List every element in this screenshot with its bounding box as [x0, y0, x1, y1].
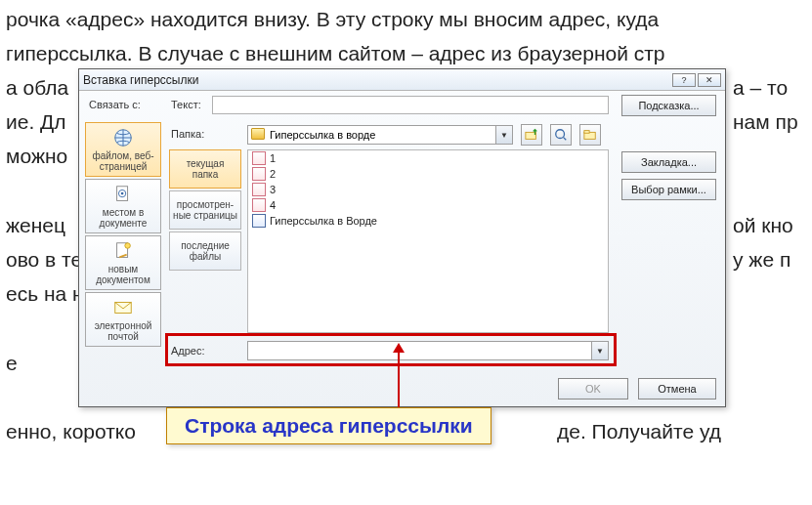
- picture-file-icon: [252, 167, 266, 181]
- bg-text-line: а обла: [6, 76, 68, 100]
- bg-text-line: есь на н: [6, 282, 84, 306]
- text-input[interactable]: [212, 96, 609, 114]
- dialog-title: Вставка гиперссылки: [83, 73, 670, 87]
- tab-label: местом в документе: [88, 207, 158, 229]
- tab-email-address[interactable]: электронной почтой: [85, 292, 161, 347]
- tab-file-webpage[interactable]: файлом, веб-страницей: [85, 122, 161, 177]
- bg-text-line: рочка «адрес» находится внизу. В эту стр…: [6, 8, 659, 31]
- file-name: 4: [270, 199, 276, 211]
- bg-text-line: женец: [6, 214, 65, 237]
- bg-text-line: ие. Дл: [6, 110, 66, 134]
- new-document-icon: [112, 240, 134, 262]
- bg-text-line: ой кно: [733, 214, 793, 237]
- bg-text-line: нам пр: [733, 110, 798, 134]
- folder-label: Папка:: [171, 128, 204, 140]
- annotation-arrow: [398, 352, 400, 410]
- list-item[interactable]: 1: [248, 150, 608, 166]
- email-icon: [112, 297, 134, 318]
- bg-text-line: гиперссылка. В случае с внешним сайтом –…: [6, 42, 665, 65]
- folder-icon: [251, 128, 265, 140]
- titlebar: Вставка гиперссылки ? ✕: [79, 69, 725, 91]
- list-item[interactable]: Гиперссылка в Ворде: [248, 213, 608, 229]
- document-target-icon: [112, 184, 134, 205]
- bg-text-line: у же п: [733, 248, 791, 272]
- bg-text-line: ово в те: [6, 248, 82, 272]
- bg-text-line: де. Получайте уд: [557, 420, 721, 443]
- bg-text-line: енно, коротко: [6, 420, 136, 443]
- globe-file-icon: [112, 127, 134, 148]
- tab-label: новым документом: [88, 264, 158, 285]
- svg-point-3: [121, 192, 124, 195]
- chevron-down-icon: ▼: [495, 126, 512, 144]
- browse-file-button[interactable]: [579, 124, 601, 146]
- tab-recent-files[interactable]: последние файлы: [169, 231, 241, 271]
- up-folder-button[interactable]: [521, 124, 542, 146]
- picture-file-icon: [252, 183, 266, 196]
- list-item[interactable]: 2: [248, 166, 608, 182]
- tab-browsed-pages[interactable]: просмотрен-ные страницы: [169, 190, 241, 230]
- tab-label: файлом, веб-страницей: [88, 150, 158, 172]
- picture-file-icon: [252, 151, 266, 165]
- annotation-callout: Строка адреса гиперссылки: [166, 407, 491, 444]
- address-label: Адрес:: [171, 345, 205, 357]
- link-to-label: Связать с:: [89, 99, 141, 110]
- picture-file-icon: [252, 198, 266, 212]
- svg-rect-10: [584, 131, 589, 134]
- screentip-button[interactable]: Подсказка...: [621, 95, 716, 116]
- chevron-down-icon: ▼: [591, 342, 608, 359]
- svg-point-8: [556, 130, 565, 139]
- cancel-button[interactable]: Отмена: [638, 378, 716, 400]
- svg-point-5: [125, 243, 130, 249]
- list-item[interactable]: 3: [248, 182, 608, 197]
- tab-current-folder[interactable]: текущая папка: [169, 149, 241, 189]
- svg-rect-7: [526, 132, 536, 139]
- text-label: Текст:: [171, 99, 201, 110]
- ok-button: OK: [558, 378, 628, 400]
- file-name: 2: [270, 168, 276, 180]
- folder-value: Гиперссылка в ворде: [270, 129, 375, 141]
- tab-place-in-document[interactable]: местом в документе: [85, 179, 161, 233]
- bg-text-line: а – то: [733, 76, 788, 100]
- file-name: 1: [270, 152, 276, 164]
- file-list[interactable]: 1 2 3 4 Гиперссылка в Ворде: [247, 149, 609, 333]
- help-button[interactable]: ?: [672, 73, 696, 87]
- word-file-icon: [252, 214, 266, 228]
- address-combobox[interactable]: ▼: [247, 341, 609, 360]
- bg-text-line: е: [6, 352, 18, 375]
- file-name: 3: [270, 184, 276, 195]
- tab-label: электронной почтой: [88, 320, 158, 342]
- browse-web-button[interactable]: [550, 124, 572, 146]
- folder-dropdown[interactable]: Гиперссылка в ворде ▼: [247, 125, 513, 145]
- tab-new-document[interactable]: новым документом: [85, 235, 161, 290]
- file-name: Гиперссылка в Ворде: [270, 215, 377, 227]
- bookmark-button[interactable]: Закладка...: [621, 151, 716, 173]
- insert-hyperlink-dialog: Вставка гиперссылки ? ✕ Связать с: Текст…: [78, 68, 726, 407]
- list-item[interactable]: 4: [248, 197, 608, 213]
- target-frame-button[interactable]: Выбор рамки...: [621, 179, 716, 200]
- bg-text-line: можно: [6, 145, 67, 168]
- close-button[interactable]: ✕: [698, 73, 721, 87]
